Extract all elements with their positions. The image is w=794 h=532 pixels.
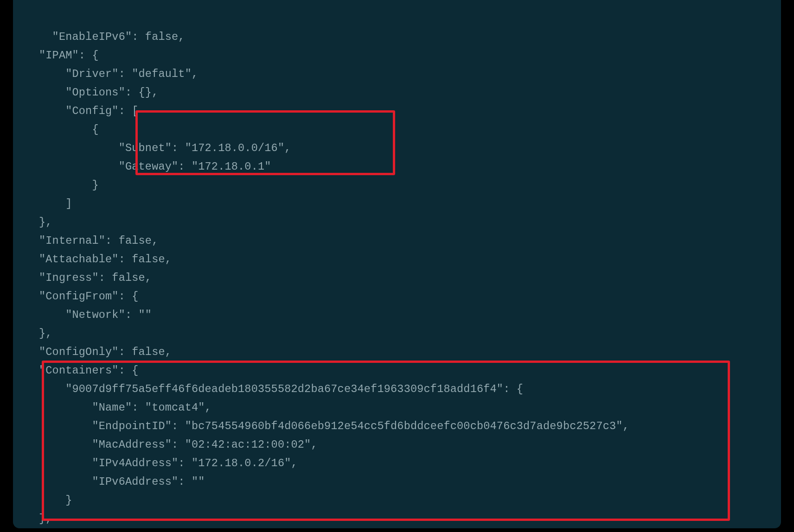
terminal-window: "EnableIPv6": false, "IPAM": { "Driver":… — [13, 0, 781, 528]
code-line: "IPAM": { — [39, 49, 99, 62]
code-line: "Internal": false, — [39, 234, 158, 247]
code-line: "Gateway": "172.18.0.1" — [39, 160, 271, 173]
code-line: "Ingress": false, — [39, 272, 152, 284]
code-line: } — [39, 494, 72, 507]
code-line: "IPv4Address": "172.18.0.2/16", — [39, 457, 298, 469]
code-line: } — [39, 179, 99, 191]
code-line: }, — [39, 327, 52, 340]
code-line: { — [39, 123, 99, 136]
code-line: "ConfigOnly": false, — [39, 346, 172, 358]
code-line: }, — [39, 216, 52, 228]
code-line: "Name": "tomcat4", — [39, 401, 211, 414]
code-line: "Driver": "default", — [39, 68, 198, 80]
code-line: "Config": [ — [39, 105, 139, 117]
code-line: }, — [39, 513, 52, 525]
terminal-output: "EnableIPv6": false, "IPAM": { "Driver":… — [13, 0, 781, 528]
code-line: "EnableIPv6": false, — [39, 31, 185, 43]
code-line: "IPv6Address": "" — [39, 475, 205, 488]
code-line: "Options": {}, — [39, 86, 158, 99]
code-line: "ConfigFrom": { — [39, 290, 139, 303]
code-line: "Containers": { — [39, 364, 139, 377]
code-line: "Subnet": "172.18.0.0/16", — [39, 142, 291, 154]
code-line: "Attachable": false, — [39, 253, 172, 266]
code-line: ] — [39, 197, 72, 210]
code-line: "Network": "" — [39, 309, 152, 321]
code-line: "MacAddress": "02:42:ac:12:00:02", — [39, 438, 318, 451]
code-line: "9007d9ff75a5eff46f6deadeb180355582d2ba6… — [39, 383, 523, 395]
code-line: "EndpointID": "bc754554960bf4d066eb912e5… — [39, 420, 629, 432]
